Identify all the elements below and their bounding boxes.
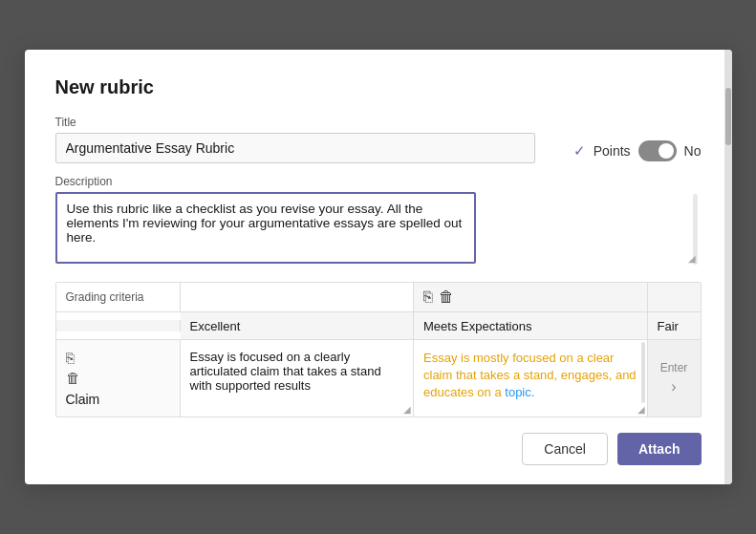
toggle-knob — [659, 143, 674, 159]
meets-col-icons: ⎘ 🗑 — [423, 288, 454, 306]
meets-resize[interactable]: ◢ — [637, 404, 645, 415]
excellent-text: Essay is focused on a clearly articulate… — [190, 350, 381, 393]
col-header-fair — [648, 283, 701, 311]
criteria-name: Claim — [66, 392, 170, 407]
dialog-footer: Cancel Attach — [55, 433, 702, 465]
criteria-delete-icon[interactable]: 🗑 — [66, 370, 170, 386]
col-name-excellent: Excellent — [181, 312, 415, 339]
grading-criteria-label: Grading criteria — [56, 283, 181, 311]
grading-data-row: ⎘ 🗑 Claim Essay is focused on a clearly … — [56, 339, 701, 417]
new-rubric-dialog: New rubric Title ✓ Points No Description… — [25, 50, 732, 484]
copy-icon[interactable]: ⎘ — [423, 288, 433, 306]
delete-icon[interactable]: 🗑 — [439, 288, 454, 306]
description-area-wrap: Use this rubric like a checklist as you … — [55, 192, 702, 267]
fair-enter-text: Enter — [660, 361, 688, 374]
grading-col-names-row: Excellent Meets Expectations Fair — [56, 311, 701, 339]
points-toggle-area: ✓ Points No — [573, 140, 702, 163]
criteria-cell: ⎘ 🗑 Claim — [56, 340, 181, 417]
col-header-excellent — [181, 283, 415, 311]
description-textarea[interactable]: Use this rubric like a checklist as you … — [55, 192, 476, 264]
points-label: Points — [594, 143, 631, 159]
dialog-title: New rubric — [55, 76, 702, 98]
description-label: Description — [55, 175, 702, 188]
description-resize-handle[interactable]: ◢ — [688, 253, 700, 265]
excellent-resize[interactable]: ◢ — [403, 404, 411, 415]
criteria-copy-icon[interactable]: ⎘ — [66, 350, 170, 366]
grading-col-headers: ⎘ 🗑 — [181, 283, 701, 311]
checkmark-icon: ✓ — [573, 142, 586, 160]
col-name-meets: Meets Expectations — [414, 312, 648, 339]
col-header-meets: ⎘ 🗑 — [414, 283, 648, 311]
title-field: Title — [55, 116, 535, 163]
dialog-scrollbar[interactable] — [724, 50, 732, 484]
scrollbar-thumb — [725, 88, 731, 145]
title-input[interactable] — [55, 133, 535, 163]
meets-col-label: Meets Expectations — [423, 319, 531, 333]
meets-text: Essay is mostly focused on a clear claim… — [423, 350, 637, 402]
grading-criteria-section: Grading criteria ⎘ 🗑 — [55, 282, 702, 417]
score-cell-excellent[interactable]: Essay is focused on a clearly articulate… — [181, 340, 415, 417]
meets-scrollbar — [641, 342, 645, 403]
fair-arrow-icon: › — [671, 378, 676, 395]
top-row: Title ✓ Points No — [55, 116, 702, 163]
cancel-button[interactable]: Cancel — [522, 433, 608, 465]
fair-col-label: Fair — [658, 319, 679, 333]
excellent-col-label: Excellent — [190, 319, 241, 333]
col-name-fair: Fair — [648, 312, 701, 339]
grading-col-name-headers: Excellent Meets Expectations Fair — [181, 312, 701, 339]
grading-header-row: Grading criteria ⎘ 🗑 — [56, 283, 701, 311]
no-label: No — [684, 143, 702, 159]
points-toggle[interactable] — [638, 140, 677, 161]
score-cell-fair[interactable]: Enter › — [648, 340, 701, 417]
criteria-col-empty — [56, 320, 181, 331]
criteria-icons: ⎘ 🗑 — [66, 350, 170, 386]
attach-button[interactable]: Attach — [617, 433, 702, 465]
score-cell-meets[interactable]: Essay is mostly focused on a clear claim… — [414, 340, 648, 417]
dialog-overlay: New rubric Title ✓ Points No Description… — [0, 0, 756, 534]
meets-text-blue: topic. — [505, 385, 534, 399]
title-label: Title — [55, 116, 535, 129]
